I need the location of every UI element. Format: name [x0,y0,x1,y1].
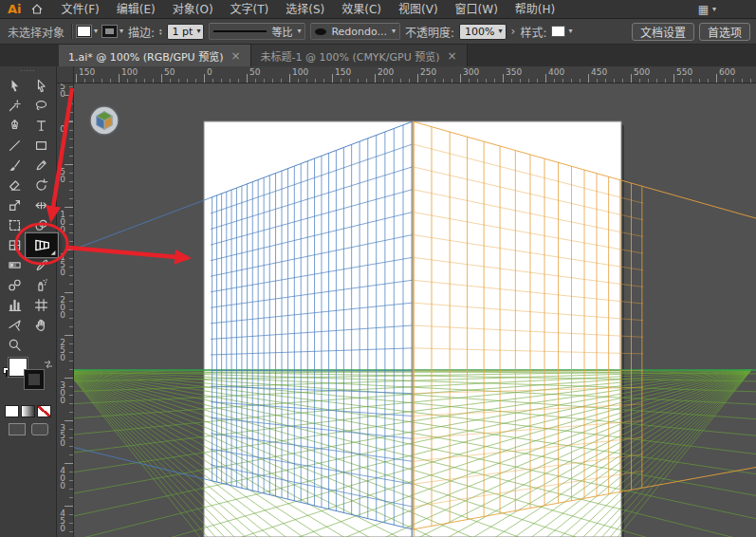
h-ruler-label: 400 [548,67,564,77]
spin-down-icon[interactable]: ▾ [159,31,162,35]
menu-select[interactable]: 选择(S) [277,0,333,19]
document-setup-button[interactable]: 文档设置 [632,23,694,41]
lasso-icon [34,99,48,113]
opacity-value: 100% [465,26,494,38]
brush-definition-dropdown[interactable]: Redondo... ▾ [310,23,400,40]
chevron-down-icon[interactable]: ▾ [297,28,301,35]
v-ruler-label: 50 [58,167,67,182]
slice-tool[interactable] [2,315,28,335]
h-ruler-label: 150 [79,67,95,77]
menu-window[interactable]: 窗口(W) [447,0,507,19]
preferences-button[interactable]: 首选项 [699,23,750,41]
color-button[interactable] [5,405,19,417]
hand-tool[interactable] [28,315,55,335]
shape-builder-icon [34,218,48,232]
screen-mode-button[interactable] [31,423,48,435]
v-ruler-label: 150 [58,252,67,275]
width-profile-dropdown[interactable]: 等比 ▾ [209,23,305,40]
line-segment-icon [8,139,22,153]
workspace-switcher[interactable]: ▦ ▾ [698,3,716,16]
shape-builder-tool[interactable] [28,215,55,235]
selection-tool[interactable] [2,76,28,96]
chevron-down-icon[interactable]: ▾ [568,28,572,35]
lasso-tool[interactable] [28,96,55,116]
chevron-down-icon[interactable]: ▾ [392,28,396,35]
menu-file[interactable]: 文件(F) [53,0,108,19]
rectangle-tool[interactable] [28,136,55,156]
style-swatch[interactable] [551,26,565,37]
column-graph-tool[interactable] [2,295,28,315]
tab-label: 1.ai* @ 100% (RGB/GPU 预览) [68,48,223,64]
tab-document-1[interactable]: 1.ai* @ 100% (RGB/GPU 预览) × [59,45,251,66]
menu-bar: Ai 文件(F)编辑(E)对象(O)文字(T)选择(S)效果(C)视图(V)窗口… [0,0,756,19]
width-tool[interactable] [28,195,55,215]
stroke-color-swatch[interactable] [25,370,44,389]
stroke-swatch[interactable] [102,26,117,37]
gradient-button[interactable] [21,405,35,417]
menu-type[interactable]: 文字(T) [222,0,278,19]
magic-wand-tool[interactable] [2,96,28,116]
none-button[interactable] [37,405,51,417]
perspective-grid-canvas [74,83,756,537]
stroke-weight-field[interactable]: 1 pt ▾ [167,24,205,40]
symbol-sprayer-tool[interactable] [28,275,55,295]
h-ruler-label: 200 [378,67,394,77]
pen-tool[interactable] [2,116,28,136]
width-profile-value: 等比 [271,24,292,39]
fill-swatch[interactable] [77,26,91,37]
vertical-ruler[interactable]: 50050100150200250300350400450 [57,83,74,537]
eyedropper-icon [34,258,48,272]
rotate-tool[interactable] [28,176,55,195]
style-dropdown[interactable]: ▾ [551,26,572,37]
type-tool[interactable] [28,116,55,136]
h-ruler-label: 350 [506,67,522,77]
gradient-icon [8,258,22,272]
mesh-tool[interactable] [2,235,28,255]
ruler-origin-corner[interactable] [57,66,74,83]
free-transform-tool[interactable] [2,215,28,235]
expand-icon[interactable]: › [511,25,516,38]
tab-document-2[interactable]: 未标题-1 @ 100% (CMYK/GPU 预览) × [251,45,468,66]
menu-edit[interactable]: 编辑(E) [108,0,164,19]
chevron-down-icon[interactable]: ▾ [499,28,503,35]
horizontal-ruler[interactable]: 1501005005010015020025030035040045050055… [74,66,756,83]
menu-effect[interactable]: 效果(C) [333,0,390,19]
canvas-area[interactable] [74,83,756,537]
artboard-tool[interactable] [28,295,55,315]
h-ruler-label: 600 [719,67,735,77]
home-icon[interactable] [30,3,44,16]
fill-color-control[interactable]: ▾ [77,26,98,37]
pen-icon [8,119,22,133]
draw-mode-button[interactable] [9,423,26,435]
stroke-color-control[interactable]: ▾ [102,26,123,37]
chevron-down-icon[interactable]: ▾ [94,28,98,35]
line-segment-tool[interactable] [2,136,28,156]
stroke-weight-stepper[interactable]: ▴ ▾ [159,28,162,35]
mode-buttons [0,423,56,435]
menu-help[interactable]: 帮助(H) [507,0,563,19]
chevron-down-icon[interactable]: ▾ [120,28,123,35]
zoom-tool[interactable] [2,335,28,355]
tab-close-icon[interactable]: × [230,49,240,63]
v-ruler-label: 450 [58,509,67,531]
opacity-label: 不透明度: [405,24,454,40]
direct-selection-tool[interactable] [28,76,55,96]
eraser-tool[interactable] [2,176,28,195]
opacity-field[interactable]: 100% ▾ [459,24,506,40]
gradient-tool[interactable] [2,255,28,275]
chevron-down-icon[interactable]: ▾ [196,28,200,35]
h-ruler-label: 450 [591,67,607,77]
eyedropper-tool[interactable] [28,255,55,275]
menu-object[interactable]: 对象(O) [164,0,222,19]
perspective-grid-tool[interactable] [26,233,58,257]
toolbar-drag-handle[interactable]: ····· [0,66,56,76]
h-ruler-label: 0 [207,67,212,77]
swap-fill-stroke-icon[interactable] [44,360,53,369]
scale-tool[interactable] [2,195,28,215]
pencil-tool[interactable] [28,156,55,176]
tab-close-icon[interactable]: × [448,49,457,63]
blend-tool[interactable] [2,275,28,295]
menu-view[interactable]: 视图(V) [390,0,447,19]
separator [71,24,72,39]
paintbrush-tool[interactable] [2,156,28,176]
